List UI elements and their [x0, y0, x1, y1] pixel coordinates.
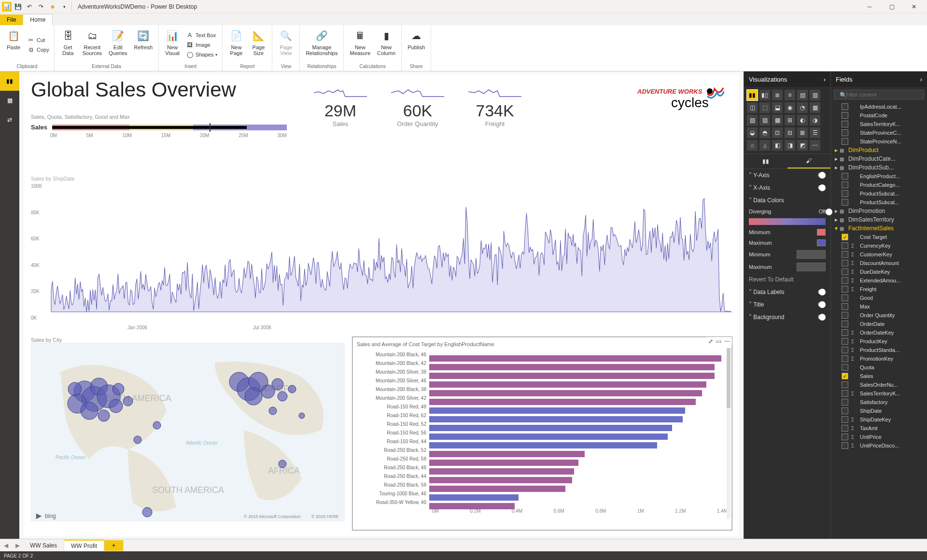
qat-dropdown-icon[interactable]: ▾	[59, 1, 70, 12]
cut-button[interactable]: ✂Cut	[25, 36, 51, 44]
bar-row[interactable]: Road-350-W Yellow, 40	[357, 498, 728, 506]
field-item[interactable]: ProductSubcat...	[831, 198, 927, 207]
field-item[interactable]: EnglishProduct...	[831, 172, 927, 181]
viz-type-icon[interactable]: ▤	[797, 90, 808, 100]
viz-type-icon[interactable]: ◑	[810, 115, 820, 126]
minimize-button[interactable]: ─	[858, 0, 881, 14]
fmt-max-val[interactable]: Maximum	[744, 261, 830, 273]
field-item[interactable]: ΣExtendedAmou...	[831, 276, 927, 285]
field-item[interactable]: SalesOrderNu...	[831, 380, 927, 389]
report-view-button[interactable]: ▮▮	[0, 71, 19, 91]
field-item[interactable]: ShipDate	[831, 406, 927, 415]
pagetab-wwprofit[interactable]: WW Profit	[64, 540, 104, 551]
field-item[interactable]: ✓Sales	[831, 372, 927, 380]
field-item[interactable]: ✓Cost Target	[831, 233, 927, 241]
field-table[interactable]: ▸▦DimPromotion	[831, 207, 927, 215]
color-gradient[interactable]	[749, 218, 826, 225]
bar-chart-visual[interactable]: ⤢ ▭ ⋯ Sales and Average of Cost Target b…	[352, 337, 732, 530]
field-item[interactable]: ΣDueDateKey	[831, 267, 927, 276]
fmt-min-color[interactable]: Minimum	[744, 227, 830, 238]
viz-type-icon[interactable]: ⊟	[785, 127, 795, 138]
fmt-title[interactable]: ˅ TitleOn	[744, 298, 830, 311]
field-item[interactable]: ΣTaxAmt	[831, 424, 927, 433]
viz-type-icon[interactable]: ◉	[785, 102, 795, 113]
newcolumn-button[interactable]: ▮New Column	[374, 27, 398, 63]
viz-type-icon[interactable]: ▮▯	[759, 90, 770, 100]
fmt-datacolors[interactable]: ˄ Data Colors	[744, 194, 830, 207]
viz-type-icon[interactable]: ▦	[810, 102, 820, 113]
viz-type-icon[interactable]: ⋯	[810, 140, 820, 151]
field-item[interactable]: Max	[831, 302, 927, 311]
maximize-button[interactable]: ▢	[881, 0, 903, 14]
field-item[interactable]: ΣOrderDateKey	[831, 328, 927, 337]
fmt-max-color[interactable]: Maximum	[744, 238, 830, 248]
viz-type-icon[interactable]: ☰	[810, 127, 820, 138]
newpage-button[interactable]: 📄New Page	[225, 27, 247, 63]
bar-row[interactable]: Mountain-200 Black, 46	[357, 350, 728, 359]
field-item[interactable]: SalesTerritoryK...	[831, 120, 927, 128]
tabs-scroll-left[interactable]: ◀	[0, 542, 12, 549]
field-table[interactable]: ▾▦FactInternetSales	[831, 224, 927, 233]
image-button[interactable]: 🖼Image	[184, 41, 219, 49]
gauge-visual[interactable]: Sales, Quota, Satisfactory, Good and Max…	[31, 114, 287, 138]
area-chart-visual[interactable]: Sales by ShipDate 100K80K60K40K20K0K Jan…	[31, 176, 732, 330]
model-view-button[interactable]: ⇄	[0, 110, 19, 129]
fmt-diverging[interactable]: DivergingOff	[744, 207, 830, 216]
refresh-button[interactable]: 🔄Refresh	[131, 27, 156, 63]
viz-type-icon[interactable]: ⊡	[772, 127, 783, 138]
viz-type-icon[interactable]: ◫	[747, 102, 758, 113]
viz-type-icon[interactable]: ◨	[785, 140, 795, 151]
format-tab[interactable]: 🖌	[787, 154, 831, 168]
field-item[interactable]: IpAddressLocat...	[831, 102, 927, 111]
field-table[interactable]: ▸▦DimProduct	[831, 146, 927, 154]
field-item[interactable]: ΣProductKey	[831, 337, 927, 346]
viz-type-icon[interactable]: ◐	[797, 115, 808, 126]
newmeasure-button[interactable]: 🖩New Measure	[347, 27, 373, 63]
viz-type-icon[interactable]: ◔	[797, 102, 808, 113]
collapse-icon[interactable]: ›	[824, 76, 826, 83]
fmt-background[interactable]: ˅ BackgroundOn	[744, 311, 830, 323]
field-item[interactable]: ΣUnitPrice	[831, 433, 927, 441]
field-item[interactable]: ΣProductStanda...	[831, 346, 927, 354]
field-table[interactable]: ▸▦DimProductSub...	[831, 163, 927, 172]
field-table[interactable]: ▸▦DimSalesTerritory	[831, 215, 927, 224]
getdata-button[interactable]: 🗄Get Data	[57, 27, 79, 63]
fmt-datalabels[interactable]: ˅ Data LabelsOn	[744, 286, 830, 298]
field-table[interactable]: ▸▦DimProductCate...	[831, 154, 927, 163]
viz-type-icon[interactable]: ⊞	[785, 115, 795, 126]
fields-search-input[interactable]	[834, 90, 924, 99]
viz-type-icon[interactable]: ⬓	[772, 102, 783, 113]
data-view-button[interactable]: ▦	[0, 91, 19, 110]
viz-type-icon[interactable]: ◒	[747, 127, 758, 138]
shapes-button[interactable]: ◯Shapes▾	[184, 50, 219, 59]
qat-save-icon[interactable]: 💾	[13, 1, 23, 12]
edit-queries-button[interactable]: 📝Edit Queries	[106, 27, 130, 63]
fmt-xaxis[interactable]: ˅ X-AxisOn	[744, 182, 830, 194]
collapse-icon[interactable]: ›	[920, 76, 922, 83]
viz-type-icon[interactable]: ▩	[772, 115, 783, 126]
qat-undo-icon[interactable]: ↶	[24, 1, 35, 12]
viz-type-icon[interactable]: ≣	[772, 90, 783, 100]
kpi-sales[interactable]: 29M Sales	[314, 87, 367, 127]
field-item[interactable]: StateProvinceC...	[831, 128, 927, 137]
map-visual[interactable]: Sales by City NORTH AMERICA SOUTH AMERIC…	[31, 337, 345, 530]
field-item[interactable]: ΣDiscountAmount	[831, 259, 927, 267]
field-item[interactable]: ΣUnitPriceDisco...	[831, 441, 927, 450]
fmt-min-val[interactable]: Minimum	[744, 248, 830, 261]
field-item[interactable]: ProductCatego...	[831, 181, 927, 189]
qat-redo-icon[interactable]: ↷	[36, 1, 46, 12]
report-canvas[interactable]: Global Sales Overview Sales, Quota, Sati…	[24, 74, 739, 536]
viz-type-icon[interactable]: ▮▮	[747, 90, 758, 100]
fields-tab[interactable]: ▮▮	[744, 154, 787, 168]
viz-type-icon[interactable]: ◩	[797, 140, 808, 151]
field-item[interactable]: ProductSubcat...	[831, 189, 927, 198]
field-item[interactable]: ΣFreight	[831, 285, 927, 294]
fmt-revert[interactable]: Revert To Default	[744, 273, 830, 286]
tabs-scroll-right[interactable]: ▶	[12, 542, 23, 549]
pagetab-add[interactable]: +	[104, 540, 124, 551]
vis-more-icon[interactable]: ⋯	[724, 338, 730, 345]
viz-type-icon[interactable]: ⬚	[759, 102, 770, 113]
viz-type-icon[interactable]: ⌂	[747, 140, 758, 151]
field-item[interactable]: PostalCode	[831, 111, 927, 120]
viz-type-icon[interactable]: ◓	[759, 127, 770, 138]
